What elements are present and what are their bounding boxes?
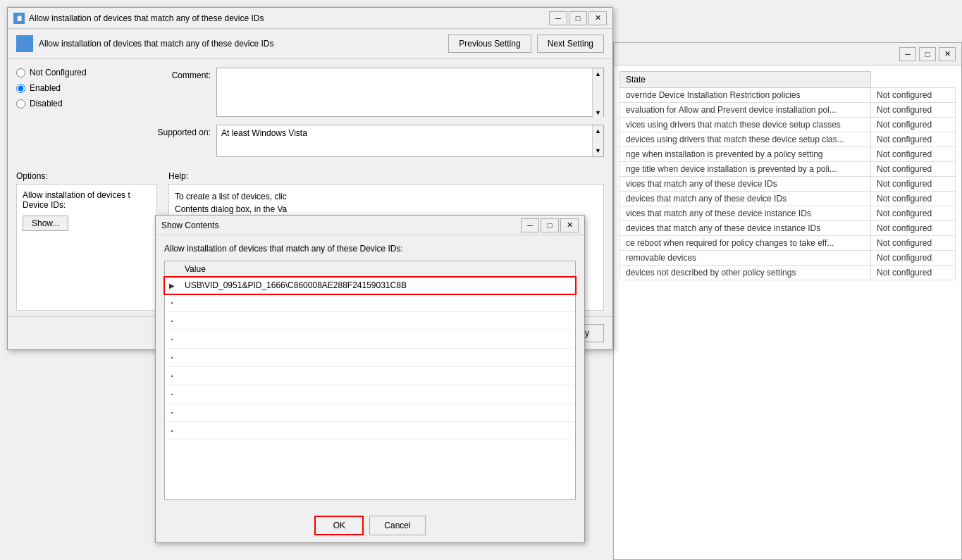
sc-table-row[interactable]: • [165, 294, 575, 312]
sc-table-row[interactable]: • [165, 349, 575, 367]
options-section: Options: Allow installation of devices t… [16, 171, 157, 311]
enabled-radio[interactable] [16, 84, 25, 93]
row-bullet: • [165, 385, 179, 404]
background-window: ─ □ ✕ State override Device Installation… [613, 42, 962, 560]
sc-table-row[interactable]: • [165, 404, 575, 422]
policy-description: devices not described by other policy se… [620, 266, 871, 280]
row-bullet: • [165, 349, 179, 367]
disabled-option[interactable]: Disabled [16, 99, 136, 108]
supported-scrollbar: ▲ ▼ [592, 125, 603, 156]
policy-table-row[interactable]: devices not described by other policy se… [620, 266, 956, 280]
row-value-cell [179, 294, 575, 312]
row-bullet: • [165, 422, 179, 440]
sc-minimize-button[interactable]: ─ [521, 218, 539, 232]
policy-table-row[interactable]: nge title when device installation is pr… [620, 162, 956, 177]
bg-window-titlebar: ─ □ ✕ [614, 43, 961, 66]
next-setting-button[interactable]: Next Setting [537, 35, 604, 53]
show-contents-table-wrapper: Value ▶•••••••• [164, 261, 576, 500]
sc-ok-button[interactable]: OK [314, 516, 364, 535]
policy-state: Not configured [871, 251, 956, 266]
policy-description: evaluation for Allow and Prevent device … [620, 103, 871, 118]
main-dialog-title: Allow installation of devices that match… [29, 13, 545, 23]
arrow-column [165, 261, 179, 278]
comment-scroll-down[interactable]: ▼ [593, 107, 603, 118]
comment-textarea[interactable] [216, 68, 604, 117]
row-value-input[interactable] [182, 297, 572, 309]
policy-table-row[interactable]: override Device Installation Restriction… [620, 88, 956, 103]
row-value-input[interactable] [182, 407, 572, 418]
sc-table-row[interactable]: ▶ [165, 278, 575, 294]
row-value-cell [179, 367, 575, 385]
policy-description: nge when installation is prevented by a … [620, 147, 871, 162]
sc-table-row[interactable]: • [165, 312, 575, 330]
disabled-radio[interactable] [16, 99, 25, 108]
row-value-input[interactable] [182, 352, 572, 363]
row-value-cell [179, 330, 575, 349]
main-minimize-button[interactable]: ─ [549, 11, 567, 25]
bg-window-controls[interactable]: ─ □ ✕ [899, 47, 956, 61]
right-panel: Comment: ▲ ▼ Supported on: At least Wind… [147, 68, 604, 163]
policy-table-row[interactable]: evaluation for Allow and Prevent device … [620, 103, 956, 118]
policy-state: Not configured [871, 132, 956, 147]
main-maximize-button[interactable]: □ [569, 11, 587, 25]
bg-minimize-button[interactable]: ─ [899, 47, 916, 61]
supported-scroll-up[interactable]: ▲ [593, 125, 603, 137]
show-contents-titlebar: Show Contents ─ □ ✕ [156, 216, 584, 235]
sc-table-row[interactable]: • [165, 422, 575, 440]
sc-table-row[interactable]: • [165, 330, 575, 349]
show-contents-body: Allow installation of devices that match… [156, 235, 584, 509]
row-value-input[interactable] [182, 334, 572, 345]
show-contents-table: Value ▶•••••••• [165, 261, 575, 440]
row-value-input[interactable] [182, 389, 572, 400]
not-configured-label: Not Configured [30, 68, 87, 77]
sc-close-button[interactable]: ✕ [560, 218, 579, 232]
policy-description: devices that match any of these device I… [620, 192, 871, 206]
policy-table-row[interactable]: ce reboot when required for policy chang… [620, 236, 956, 251]
policy-table-row[interactable]: removable devices Not configured [620, 251, 956, 266]
supported-scroll-down[interactable]: ▼ [593, 145, 603, 156]
policy-state: Not configured [871, 177, 956, 192]
policy-description: override Device Installation Restriction… [620, 88, 871, 103]
main-titlebar-controls[interactable]: ─ □ ✕ [549, 11, 607, 25]
disabled-label: Disabled [30, 99, 63, 108]
policy-description: removable devices [620, 251, 871, 266]
row-value-input[interactable] [182, 280, 572, 291]
policy-state: Not configured [871, 88, 956, 103]
value-column-header: Value [179, 261, 575, 278]
sc-cancel-button[interactable]: Cancel [369, 516, 425, 535]
sc-table-row[interactable]: • [165, 385, 575, 404]
supported-label: Supported on: [147, 125, 211, 137]
enabled-option[interactable]: Enabled [16, 83, 136, 93]
sc-table-row[interactable]: • [165, 367, 575, 385]
dialog-body: Not Configured Enabled Disabled Comment: [8, 59, 612, 171]
policy-table-row[interactable]: devices using drivers that match these d… [620, 132, 956, 147]
not-configured-radio[interactable] [16, 68, 25, 77]
row-bullet: • [165, 294, 179, 312]
state-column-header[interactable]: State [620, 72, 871, 88]
policy-table-row[interactable]: vices using drivers that match these dev… [620, 118, 956, 132]
bg-window-content: State override Device Installation Restr… [614, 66, 961, 286]
policy-table-row[interactable]: nge when installation is prevented by a … [620, 147, 956, 162]
show-contents-controls[interactable]: ─ □ ✕ [521, 218, 579, 232]
row-value-input[interactable] [182, 316, 572, 327]
previous-setting-button[interactable]: Previous Setting [448, 35, 531, 53]
row-value-input[interactable] [182, 425, 572, 437]
sc-maximize-button[interactable]: □ [541, 218, 559, 232]
comment-scroll-up[interactable]: ▲ [593, 68, 603, 80]
show-button[interactable]: Show... [23, 216, 68, 231]
bg-maximize-button[interactable]: □ [919, 47, 936, 61]
policy-table-row[interactable]: devices that match any of these device I… [620, 192, 956, 206]
policy-table-row[interactable]: vices that match any of these device IDs… [620, 177, 956, 192]
show-contents-title: Show Contents [161, 220, 517, 230]
bg-close-button[interactable]: ✕ [939, 47, 956, 61]
policy-table-row[interactable]: devices that match any of these device i… [620, 221, 956, 236]
row-value-input[interactable] [182, 371, 572, 382]
not-configured-option[interactable]: Not Configured [16, 68, 136, 77]
policy-table-row[interactable]: vices that match any of these device ins… [620, 206, 956, 221]
comment-scrollbar: ▲ ▼ [592, 68, 603, 118]
main-close-button[interactable]: ✕ [588, 11, 607, 25]
row-bullet: • [165, 312, 179, 330]
row-value-cell [179, 422, 575, 440]
show-contents-description: Allow installation of devices that match… [164, 244, 576, 254]
policy-state: Not configured [871, 103, 956, 118]
